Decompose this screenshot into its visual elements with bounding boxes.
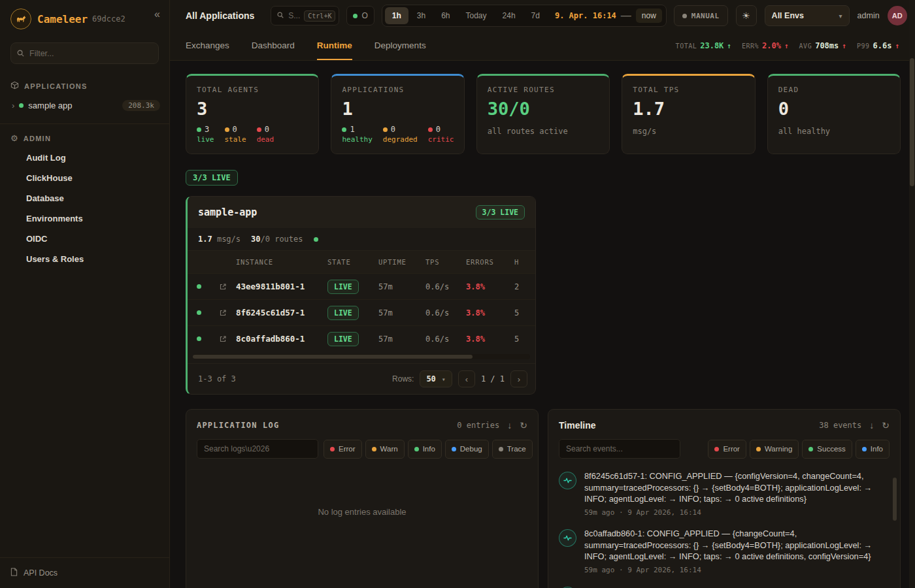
admin-section-header: ⚙ ADMIN [0, 127, 169, 148]
up-arrow-icon: ↑ [727, 42, 731, 50]
log-filter-debug[interactable]: Debug [445, 440, 489, 459]
table-row[interactable]: 8f6245c61d57-1 LIVE 57m 0.6/s 3.8% 5 [188, 299, 535, 325]
table-row[interactable]: 8c0affadb860-1 LIVE 57m 0.6/s 3.8% 5 [188, 325, 535, 351]
sidebar-item-oidc[interactable]: OIDC [0, 229, 169, 249]
topbar: All Applications S... Ctrl+K O 1h 3h 6h … [170, 0, 915, 31]
tab-runtime[interactable]: Runtime [317, 31, 352, 60]
search-placeholder-text: S... [288, 11, 300, 20]
download-logs-button[interactable]: ↓ [507, 420, 512, 431]
cameleer-logo-icon [10, 8, 31, 29]
tab-dashboard[interactable]: Dashboard [252, 31, 295, 60]
stat-value: 0 [778, 99, 890, 119]
sidebar-collapse-button[interactable]: « [154, 8, 160, 20]
global-search-button[interactable]: S... Ctrl+K [271, 6, 339, 25]
username: admin [857, 11, 880, 20]
log-entries-count: 0 entries [457, 421, 499, 430]
content: TOTAL AGENTS 3 3live 0stale 0dead APPLIC… [170, 61, 915, 588]
table-row[interactable]: 43ee9811b801-1 LIVE 57m 0.6/s 3.8% 2 [188, 273, 535, 299]
document-icon [10, 568, 18, 578]
timeline-event[interactable]: 8f6245c61d57-1: CONFIG_APPLIED — {config… [559, 470, 887, 517]
manual-mode-button[interactable]: MANUAL [674, 5, 728, 26]
sidebar-item-users-roles[interactable]: Users & Roles [0, 249, 169, 269]
sidebar-filter-input[interactable] [10, 42, 159, 64]
external-link-icon[interactable] [210, 309, 236, 317]
app-logo-text: Cameleer [37, 13, 88, 25]
timeline-event[interactable]: 8c0affadb860-1: CONFIG_APPLIED — {change… [559, 528, 887, 574]
admin-nav: Audit Log ClickHouse Database Environmen… [0, 148, 169, 269]
stat-card-dead: DEAD 0 all healthy [767, 74, 901, 154]
chevron-down-icon: ▾ [839, 12, 842, 20]
event-search-input[interactable] [559, 439, 680, 459]
log-filter-info[interactable]: Info [408, 440, 442, 459]
bottom-panels: APPLICATION LOG 0 entries ↓ ↻ Error Warn… [186, 409, 901, 588]
log-search-input[interactable] [197, 439, 318, 459]
sidebar-item-clickhouse[interactable]: ClickHouse [0, 168, 169, 188]
sidebar-item-sample-app[interactable]: › sample app 208.3k [0, 95, 169, 116]
next-page-button[interactable]: › [510, 370, 527, 387]
page-indicator: 1 / 1 [481, 374, 505, 384]
range-1h[interactable]: 1h [385, 7, 408, 24]
stat-card-total-tps: TOTAL TPS 1.7 msg/s [622, 74, 755, 154]
range-3h[interactable]: 3h [410, 7, 433, 24]
app-name-link[interactable]: sample-app [198, 206, 257, 218]
metric-total: TOTAL 23.8K ↑ [676, 41, 731, 50]
chevron-down-icon: ▾ [442, 376, 446, 383]
sun-icon: ☀ [742, 10, 750, 21]
log-filter-error[interactable]: Error [324, 440, 362, 459]
main-area: All Applications S... Ctrl+K O 1h 3h 6h … [170, 0, 915, 588]
refresh-events-button[interactable]: ↻ [882, 420, 890, 431]
stat-subtitle: all healthy [778, 127, 890, 136]
env-select[interactable]: All Envs ▾ [765, 5, 850, 26]
rows-per-page-select[interactable]: 50 ▾ [420, 370, 452, 387]
event-filter-error[interactable]: Error [708, 440, 746, 459]
event-time: 59m ago · 9 Apr 2026, 16:14 [584, 566, 887, 574]
avatar[interactable]: AD [888, 6, 907, 25]
api-docs-link[interactable]: API Docs [0, 557, 169, 588]
sidebar-header: Cameleer 69dcce2 « [0, 0, 169, 35]
log-filter-trace[interactable]: Trace [492, 440, 533, 459]
stat-title: ACTIVE ROUTES [488, 86, 599, 94]
stat-cards-row: TOTAL AGENTS 3 3live 0stale 0dead APPLIC… [186, 74, 901, 154]
external-link-icon[interactable] [210, 335, 236, 343]
log-filter-warn[interactable]: Warn [365, 440, 405, 459]
event-filter-success[interactable]: Success [802, 440, 852, 459]
range-6h[interactable]: 6h [434, 7, 457, 24]
instances-table: INSTANCE STATE UPTIME TPS ERRORS H 43ee9… [188, 251, 535, 363]
external-link-icon[interactable] [210, 283, 236, 291]
up-arrow-icon: ↑ [842, 42, 846, 50]
theme-toggle-button[interactable]: ☀ [736, 5, 757, 26]
status-dot-live [19, 103, 24, 108]
sidebar-item-database[interactable]: Database [0, 188, 169, 208]
table-footer: 1-3 of 3 Rows: 50 ▾ ‹ 1 / 1 › [188, 363, 535, 394]
sidebar-item-environments[interactable]: Environments [0, 208, 169, 229]
range-7d[interactable]: 7d [524, 7, 547, 24]
live-status-pill: 3/3 LIVE [476, 205, 525, 220]
log-panel-title: APPLICATION LOG [197, 421, 279, 430]
refresh-logs-button[interactable]: ↻ [520, 420, 527, 431]
sidebar-item-audit-log[interactable]: Audit Log [0, 148, 169, 168]
event-filter-info[interactable]: Info [856, 440, 890, 459]
download-events-button[interactable]: ↓ [869, 420, 874, 431]
range-24h[interactable]: 24h [495, 7, 523, 24]
page-scrollbar-thumb[interactable] [910, 58, 914, 186]
range-today[interactable]: Today [459, 7, 494, 24]
application-log-panel: APPLICATION LOG 0 entries ↓ ↻ Error Warn… [186, 409, 539, 588]
online-status-toggle[interactable]: O [346, 6, 374, 25]
online-dot [353, 14, 358, 18]
event-time: 59m ago · 9 Apr 2026, 16:14 [584, 508, 887, 517]
timeline-scrollbar-thumb[interactable] [893, 478, 897, 521]
manual-dot [682, 14, 687, 18]
up-arrow-icon: ↑ [784, 42, 789, 50]
build-hash: 69dcce2 [92, 14, 125, 24]
tabs: Exchanges Dashboard Runtime Deployments [186, 31, 426, 60]
tab-exchanges[interactable]: Exchanges [186, 31, 229, 60]
sidebar-divider [0, 123, 169, 124]
event-filter-warning[interactable]: Warning [750, 440, 799, 459]
gear-icon: ⚙ [10, 133, 18, 143]
prev-page-button[interactable]: ‹ [458, 370, 475, 387]
tab-deployments[interactable]: Deployments [374, 31, 426, 60]
horizontal-scrollbar-thumb[interactable] [193, 355, 473, 359]
timeline-event[interactable]: 43ee9811b801-1: CONFIG_APPLIED — {change… [559, 585, 887, 588]
range-end-now[interactable]: now [636, 8, 662, 23]
application-card-sample-app: sample-app 3/3 LIVE 1.7 msg/s 30/0 route… [186, 196, 536, 395]
